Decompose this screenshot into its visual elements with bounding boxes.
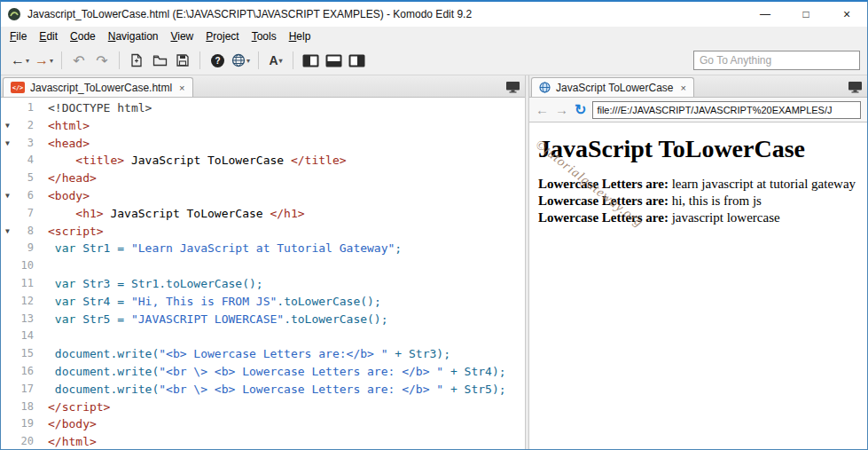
- editor-tab-label: Javascript_ToLowerCase.html: [30, 82, 172, 94]
- globe-tab-icon: [539, 82, 551, 93]
- toggle-left-pane-button[interactable]: [299, 49, 322, 72]
- undo-button[interactable]: ↶: [67, 49, 90, 72]
- code-line-19[interactable]: 19</body>: [1, 415, 525, 433]
- line-number: 18: [14, 399, 36, 416]
- code-line-13[interactable]: 13 var Str5 = "JAVASCRIPT LOWERCASE".toL…: [1, 311, 525, 328]
- komodo-window: Javascript_ToLowerCase.html (E:\JAVASCRI…: [0, 0, 868, 450]
- code-line-5[interactable]: 5</head>: [1, 170, 525, 187]
- code-text: </script>: [36, 399, 110, 416]
- line-number: 2: [14, 117, 36, 135]
- bottom-pane-icon: [325, 54, 342, 67]
- code-text: var Str4 = "Hi, This is FROM JS".toLower…: [36, 293, 381, 311]
- code-line-14[interactable]: 14: [1, 328, 525, 345]
- code-line-7[interactable]: 7 <h1> JavaScript ToLowerCase </h1>: [1, 205, 525, 223]
- minimize-button[interactable]: —: [745, 2, 786, 27]
- code-line-15[interactable]: 15 document.write("<b> Lowercase Letters…: [1, 345, 525, 363]
- redo-button[interactable]: ↷: [90, 49, 113, 72]
- titlebar: Javascript_ToLowerCase.html (E:\JAVASCRI…: [1, 2, 867, 27]
- new-file-icon: [129, 53, 144, 67]
- code-text: document.write("<br \> <b> Lowercase Let…: [36, 363, 506, 381]
- new-file-button[interactable]: [125, 49, 148, 72]
- fold-arrow-icon[interactable]: ▼: [1, 223, 14, 241]
- forward-button[interactable]: →▾: [32, 49, 56, 72]
- menu-item-project[interactable]: Project: [199, 28, 245, 45]
- fold-gutter: [1, 99, 14, 117]
- left-pane-icon: [302, 54, 319, 67]
- code-text: </html>: [36, 433, 97, 449]
- fold-arrow-icon[interactable]: ▼: [1, 187, 14, 205]
- save-button[interactable]: [171, 49, 194, 72]
- code-line-9[interactable]: 9 var Str1 = "Learn JavaScript at Tutori…: [1, 240, 525, 257]
- menu-item-file[interactable]: File: [4, 28, 33, 45]
- code-line-16[interactable]: 16 document.write("<br \> <b> Lowercase …: [1, 363, 525, 381]
- menubar: FileEditCodeNavigationViewProjectToolsHe…: [1, 27, 867, 46]
- close-button[interactable]: ×: [826, 2, 867, 27]
- toolbar-separator: [293, 51, 293, 69]
- browser-tab[interactable]: JavaScript ToLowerCase ×: [531, 77, 694, 97]
- code-line-6[interactable]: ▼6<body>: [1, 187, 525, 205]
- help-button[interactable]: ?: [206, 49, 229, 72]
- help-icon: ?: [210, 53, 225, 68]
- output-line: Lowercase Letters are: javascript lowerc…: [538, 209, 858, 226]
- browser-reload-button[interactable]: ↻: [575, 101, 586, 118]
- line-number: 5: [14, 170, 36, 187]
- menu-item-edit[interactable]: Edit: [33, 28, 64, 45]
- code-text: </body>: [36, 415, 97, 433]
- line-number: 1: [14, 99, 36, 117]
- forward-dropdown-icon[interactable]: ▾: [50, 57, 53, 65]
- line-number: 3: [14, 135, 36, 153]
- address-bar-input[interactable]: [592, 101, 861, 119]
- code-line-20[interactable]: 20</html>: [1, 433, 525, 449]
- editor-preview-toggle[interactable]: [505, 81, 520, 93]
- browser-preview-button[interactable]: ▾: [229, 49, 253, 72]
- fold-gutter: [1, 257, 14, 275]
- fold-gutter: [1, 293, 14, 311]
- editor-tabbar: </> Javascript_ToLowerCase.html ×: [1, 75, 525, 98]
- menu-item-navigation[interactable]: Navigation: [102, 28, 165, 45]
- line-number: 15: [14, 345, 36, 363]
- open-file-button[interactable]: [148, 49, 171, 72]
- toggle-bottom-pane-button[interactable]: [322, 49, 345, 72]
- code-line-18[interactable]: 18</script>: [1, 399, 525, 416]
- line-number: 12: [14, 293, 36, 311]
- window-controls: — □ ×: [745, 2, 867, 27]
- globe-dropdown-icon[interactable]: ▾: [246, 57, 250, 65]
- window-title: Javascript_ToLowerCase.html (E:\JAVASCRI…: [27, 8, 472, 20]
- toolbar-separator: [258, 51, 259, 69]
- menu-item-help[interactable]: Help: [283, 28, 317, 45]
- code-line-8[interactable]: ▼8<script>: [1, 223, 525, 241]
- html-file-icon: </>: [11, 82, 25, 93]
- browser-back-button[interactable]: ←: [536, 102, 549, 117]
- menu-item-tools[interactable]: Tools: [246, 28, 283, 45]
- browser-forward-button[interactable]: →: [555, 102, 568, 117]
- editor-tab[interactable]: </> Javascript_ToLowerCase.html ×: [3, 77, 193, 97]
- go-to-anything-input[interactable]: [693, 51, 860, 70]
- code-line-12[interactable]: 12 var Str4 = "Hi, This is FROM JS".toLo…: [1, 293, 525, 311]
- code-line-3[interactable]: ▼3<head>: [1, 135, 525, 153]
- fold-arrow-icon[interactable]: ▼: [1, 117, 14, 135]
- line-number: 4: [14, 152, 36, 170]
- browser-preview-toggle[interactable]: [848, 81, 863, 93]
- back-dropdown-icon[interactable]: ▾: [26, 57, 29, 65]
- toolbar-separator: [119, 51, 120, 69]
- code-text: <!DOCTYPE html>: [36, 99, 152, 117]
- font-size-button[interactable]: A ▾: [264, 49, 287, 72]
- code-line-10[interactable]: 10: [1, 257, 525, 275]
- menu-item-view[interactable]: View: [164, 28, 199, 45]
- back-button[interactable]: ←▾: [8, 49, 32, 72]
- font-dropdown-icon[interactable]: ▾: [279, 57, 283, 65]
- code-line-17[interactable]: 17 document.write("<br \> <b> Lowercase …: [1, 381, 525, 399]
- monitor-icon: [848, 81, 863, 93]
- menu-item-code[interactable]: Code: [64, 28, 102, 45]
- browser-tab-close-icon[interactable]: ×: [681, 83, 686, 93]
- code-line-4[interactable]: 4 <title> JavaScript ToLowerCase </title…: [1, 152, 525, 170]
- code-line-2[interactable]: ▼2<html>: [1, 117, 525, 135]
- maximize-button[interactable]: □: [786, 2, 826, 27]
- fold-gutter: [1, 205, 14, 223]
- editor-lines[interactable]: 1<!DOCTYPE html>▼2<html>▼3<head>4 <title…: [1, 98, 525, 449]
- code-line-1[interactable]: 1<!DOCTYPE html>: [1, 99, 525, 117]
- fold-arrow-icon[interactable]: ▼: [1, 135, 14, 153]
- toggle-right-pane-button[interactable]: [345, 49, 368, 72]
- code-line-11[interactable]: 11 var Str3 = Str1.toLowerCase();: [1, 275, 525, 293]
- editor-tab-close-icon[interactable]: ×: [179, 83, 184, 93]
